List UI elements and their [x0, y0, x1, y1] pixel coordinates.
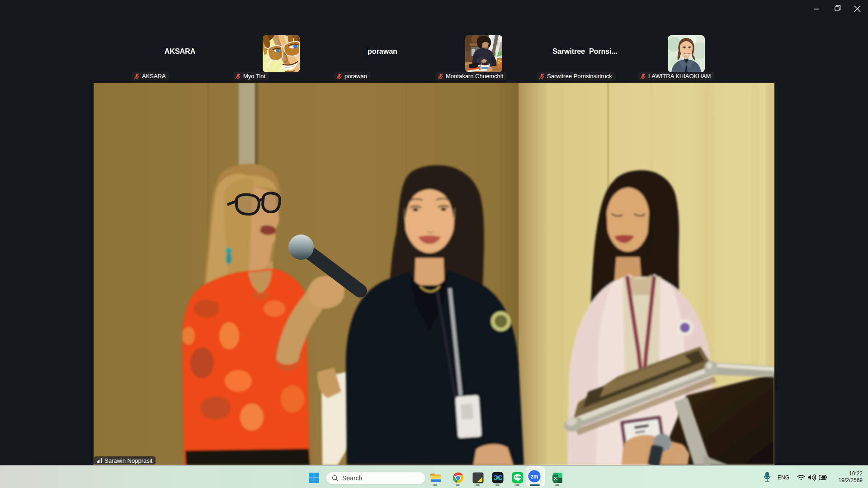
svg-text:zm: zm: [531, 474, 538, 480]
svg-text:X: X: [554, 475, 557, 480]
